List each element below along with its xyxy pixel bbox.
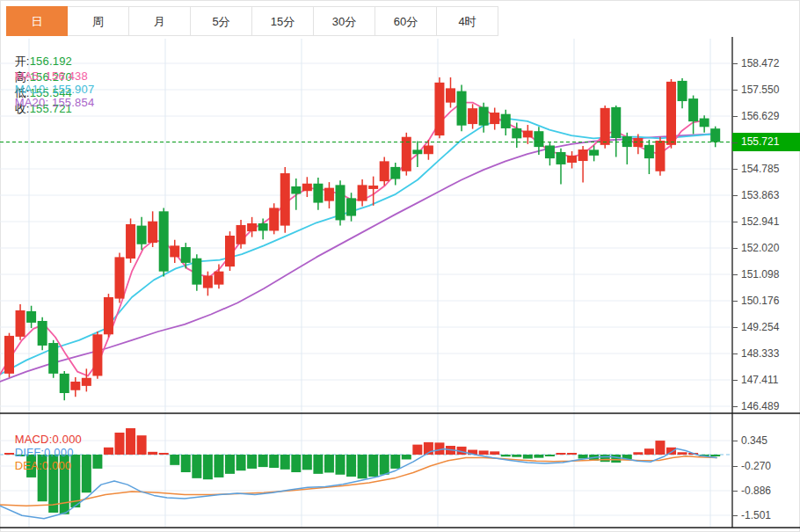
tab-period-6[interactable]: 60分 [375,6,437,36]
macd-bar [678,452,687,455]
candle-body [38,321,47,346]
macd-axis-label: -1.501 [741,509,771,521]
macd-bar [291,455,301,472]
macd-bar [390,455,400,469]
candle-body [534,131,543,147]
candle-body [479,107,489,126]
period-tabbar: 日周月5分15分30分60分4时 [6,6,498,36]
macd-bar [159,453,169,455]
macd-bar [313,455,323,474]
macd-bar [126,428,135,455]
axis-tick [732,301,738,302]
macd-bar [512,455,521,457]
candle-body [346,198,356,215]
candle-body [4,336,14,374]
macd-bar [192,455,201,478]
macd-bar [556,453,566,455]
axis-tick [732,441,738,441]
candle-body [368,186,378,189]
candle-body [280,173,290,226]
candle-body [611,107,621,138]
axis-tick [732,327,738,328]
candle-body [501,114,511,128]
tab-period-2[interactable]: 月 [129,6,191,36]
axis-tick [732,195,738,196]
candle-body [181,247,191,263]
tab-period-7[interactable]: 4时 [437,6,498,36]
axis-tick [732,274,738,275]
candle-body [324,188,334,201]
axis-tick [732,466,738,467]
price-axis-label: 153.863 [741,189,779,201]
candle-body [137,226,147,244]
axis-tick [732,380,738,381]
candle-body [545,145,555,158]
axis-tick [732,169,738,170]
axis-tick [732,63,738,64]
axis-tick [732,406,738,407]
candle-body [203,276,213,288]
candle-body [700,119,709,128]
candle-body [170,245,179,257]
macd-bar [336,455,345,475]
candle-body [457,91,467,126]
macd-header: MACD:0.000 DIFF:0.000 DEA:0.000 [8,419,94,472]
macd-bar [137,435,147,455]
price-axis-label: 150.176 [741,295,779,307]
axis-tick [732,142,738,143]
candle-body [92,334,102,375]
current-price-badge: 155.721 [732,133,800,151]
dea-value: DEA:0.000 [15,459,72,472]
candle-body [60,374,69,393]
candle-body [336,185,345,220]
macd-bar [534,455,543,458]
tab-period-4[interactable]: 15分 [252,6,314,36]
price-axis-label: 157.550 [741,84,779,96]
candle-body [688,98,698,121]
tab-period-0[interactable]: 日 [6,6,68,36]
macd-bar [368,455,378,477]
macd-value: MACD:0.000 [15,433,82,446]
candle-body [556,152,566,164]
macd-axis-label: -0.886 [741,485,771,497]
candle-body [126,224,135,259]
candle-body [291,186,301,193]
candle-body [434,83,444,135]
tab-period-1[interactable]: 周 [68,6,129,36]
price-axis-label: 152.941 [741,215,779,228]
candle-body [16,310,25,337]
candle-body [302,184,312,191]
candle-body [70,382,80,390]
candle-body [380,161,389,181]
axis-tick [732,222,738,222]
price-axis-label: 148.333 [741,347,779,360]
candle-body [258,223,268,230]
price-axis-label: 154.785 [741,163,779,175]
candle-body [710,128,720,142]
axis-tick [732,491,738,492]
candle-body [148,222,157,243]
macd-bar [600,455,610,462]
candle-body [578,149,588,161]
diff-value: DIFF:0.000 [15,446,74,459]
tab-period-3[interactable]: 5分 [191,6,252,36]
tab-period-5[interactable]: 30分 [314,6,375,36]
macd-bar [115,433,125,455]
candle-body [600,108,610,145]
price-axis-label: 152.020 [741,242,779,254]
candle-body [48,343,58,374]
candle-body [236,225,246,244]
macd-bar [358,455,367,478]
candle-body [390,167,400,179]
ma20-line [0,135,712,383]
candle-body [468,108,477,124]
price-axis-label: 156.629 [741,110,779,122]
candle-body [192,259,201,285]
macd-bar [523,455,533,459]
macd-bar [269,455,279,468]
candle-body [589,149,599,156]
ma20-value: MA20: 155.854 [15,96,95,109]
axis-tick [732,515,738,516]
candlestick-macd-chart[interactable] [0,0,800,532]
candle-body [567,156,577,163]
